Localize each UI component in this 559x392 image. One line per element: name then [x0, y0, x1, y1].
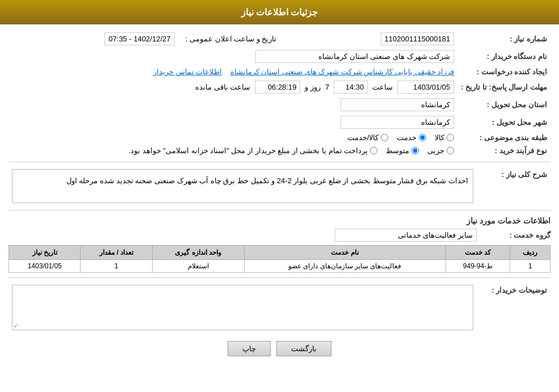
category-radio-kala-khedmat[interactable]	[381, 134, 388, 141]
main-content: شماره نیاز : 1102001115000181 تاریخ و سا…	[0, 24, 559, 370]
process-row: نوع فرآیند خرید : جزیی متوسط	[9, 144, 550, 157]
process-label-motavasset: متوسط	[386, 146, 409, 155]
info-table: شماره نیاز : 1102001115000181 تاریخ و سا…	[9, 30, 550, 157]
table-row: 1ط-94-949فعالیت‌های سایر سازمان‌های دارا…	[9, 260, 550, 273]
category-value-cell: کالا خدمت کالا/خدمت	[9, 131, 457, 144]
header-title: جزئیات اطلاعات نیاز	[241, 7, 318, 17]
need-description-value-cell: احداث شبکه برق فشار متوسط بخشی از ضلع غر…	[9, 167, 477, 205]
buyer-notes-table: توضیحات خریدار : ↙	[9, 283, 550, 332]
need-description-table: شرح کلی نیاز : احداث شبکه برق فشار متوسط…	[9, 167, 550, 205]
process-label-jozi: جزیی	[427, 146, 444, 155]
need-description-row: شرح کلی نیاز : احداث شبکه برق فشار متوسط…	[9, 167, 550, 205]
category-row: طبقه بندی موضوعی : کالا خدمت	[9, 131, 550, 144]
deadline-time-value: 14:30	[334, 81, 368, 94]
category-option-kala: کالا	[435, 133, 454, 142]
process-option-jozi: جزیی	[427, 146, 454, 155]
category-option-khedmat: خدمت	[397, 133, 426, 142]
buyer-name-label: نام دستگاه خریدار :	[457, 48, 550, 65]
buyer-name-value: شرکت شهرک های صنعتی استان کرمانشاه	[255, 50, 454, 63]
days-value: 7	[325, 83, 329, 91]
deadline-date-value: 1403/01/05	[397, 81, 454, 94]
col-unit: واحد اندازه گیری	[152, 246, 244, 260]
creator-value-cell: فرزاد حقیقی بابایی کارشناس شرکت شهرک های…	[9, 65, 457, 78]
page-wrapper: جزئیات اطلاعات نیاز شماره نیاز : 1102001…	[0, 0, 559, 392]
cell-row: 1	[510, 260, 550, 273]
group-value: سایر فعالیت‌های خدماتی	[335, 229, 477, 242]
city-row: شهر محل تحویل : کرمانشاه	[9, 113, 550, 131]
process-option-payment: پرداخت تمام یا بخشی از مبلغ خریدار از مح…	[128, 146, 377, 155]
city-value-cell: کرمانشاه	[9, 113, 457, 131]
buyer-notes-area: ↙	[12, 285, 473, 330]
city-value: کرمانشاه	[341, 116, 454, 129]
category-label: طبقه بندی موضوعی :	[457, 131, 550, 144]
city-label: شهر محل تحویل :	[457, 113, 550, 131]
need-number-row: شماره نیاز : 1102001115000181 تاریخ و سا…	[9, 30, 550, 48]
deadline-row: مهلت ارسال پاسخ: تا تاریخ : 1403/01/05 س…	[9, 78, 550, 96]
process-radio-jozi[interactable]	[447, 147, 454, 154]
remaining-label: ساعت باقی مانده	[195, 83, 250, 91]
cell-date: 1403/01/05	[9, 260, 81, 273]
category-radio-group: کالا خدمت کالا/خدمت	[12, 133, 454, 142]
deadline-value-cell: 1403/01/05 ساعت 14:30 7 روز و 06:28:19 س…	[9, 78, 457, 96]
province-value: کرمانشاه	[341, 98, 454, 111]
cell-quantity: 1	[81, 260, 152, 273]
process-label-payment: پرداخت تمام یا بخشی از مبلغ خریدار از مح…	[128, 146, 368, 155]
deadline-inline: 1403/01/05 ساعت 14:30 7 روز و 06:28:19 س…	[12, 81, 454, 94]
creator-label: ایجاد کننده درخواست :	[457, 65, 550, 78]
divider-3	[9, 277, 550, 278]
province-label: استان محل تحویل :	[457, 96, 550, 113]
process-option-motavasset: متوسط	[386, 146, 419, 155]
province-row: استان محل تحویل : کرمانشاه	[9, 96, 550, 113]
process-value-cell: جزیی متوسط پرداخت تمام یا بخشی از مبلغ خ…	[9, 144, 457, 157]
cell-unit: استعلام	[152, 260, 244, 273]
services-header-row: ردیف کد خدمت نام خدمت واحد اندازه گیری ت…	[9, 246, 550, 260]
creator-row: ایجاد کننده درخواست : فرزاد حقیقی بابایی…	[9, 65, 550, 78]
process-radio-group: جزیی متوسط پرداخت تمام یا بخشی از مبلغ خ…	[12, 146, 454, 155]
buyer-notes-value-cell: ↙	[9, 283, 477, 332]
services-table-head: ردیف کد خدمت نام خدمت واحد اندازه گیری ت…	[9, 246, 550, 260]
creator-value: فرزاد حقیقی بابایی کارشناس شرکت شهرک های…	[230, 68, 455, 76]
buyer-name-row: نام دستگاه خریدار : شرکت شهرک های صنعتی …	[9, 48, 550, 65]
category-label-khedmat: خدمت	[397, 133, 417, 142]
notes-resize-icon: ↙	[14, 322, 18, 328]
process-radio-motavasset[interactable]	[411, 147, 419, 154]
col-row: ردیف	[510, 246, 550, 260]
back-button[interactable]: بازگشت	[276, 341, 331, 356]
group-row: گروه خدمت : سایر فعالیت‌های خدماتی	[9, 229, 550, 242]
category-label-kala: کالا	[435, 133, 444, 142]
announcement-date-label: تاریخ و ساعت اعلان عمومی :	[186, 35, 277, 43]
col-code: کد خدمت	[445, 246, 510, 260]
need-number-value-cell: 1102001115000181	[280, 30, 458, 48]
col-name: نام خدمت	[244, 246, 445, 260]
announcement-date-value: 1402/12/27 - 07:35	[104, 32, 174, 45]
process-label: نوع فرآیند خرید :	[457, 144, 550, 157]
services-section-title: اطلاعات خدمات مورد نیاز	[9, 216, 550, 225]
contact-link[interactable]: اطلاعات تماس خریدار	[153, 68, 222, 76]
category-label-kala-khedmat: کالا/خدمت	[347, 133, 379, 142]
cell-name: فعالیت‌های سایر سازمان‌های دارای عضو	[244, 260, 445, 273]
buyer-notes-row: توضیحات خریدار : ↙	[9, 283, 550, 332]
need-number-value: 1102001115000181	[381, 32, 455, 45]
buyer-name-value-cell: شرکت شهرک های صنعتی استان کرمانشاه	[9, 48, 457, 65]
cell-code: ط-94-949	[445, 260, 510, 273]
category-radio-khedmat[interactable]	[419, 134, 426, 141]
time-label: ساعت	[372, 83, 393, 91]
divider-2	[9, 210, 550, 210]
buttons-row: بازگشت چاپ	[9, 341, 550, 365]
col-date: تاریخ نیاز	[9, 246, 81, 260]
category-radio-kala[interactable]	[447, 134, 454, 141]
services-table-body: 1ط-94-949فعالیت‌های سایر سازمان‌های دارا…	[9, 260, 550, 273]
announcement-date-cell: 1402/12/27 - 07:35	[9, 30, 178, 48]
remaining-value: 06:28:19	[255, 81, 300, 94]
deadline-label: مهلت ارسال پاسخ: تا تاریخ :	[457, 78, 550, 96]
col-quantity: تعداد / مقدار	[81, 246, 152, 260]
print-button[interactable]: چاپ	[228, 341, 271, 356]
need-number-label: شماره نیاز :	[457, 30, 550, 48]
group-label: گروه خدمت :	[477, 231, 550, 239]
page-header: جزئیات اطلاعات نیاز	[0, 0, 559, 24]
need-description-box: احداث شبکه برق فشار متوسط بخشی از ضلع غر…	[12, 169, 473, 203]
announcement-label-cell: تاریخ و ساعت اعلان عمومی :	[178, 30, 280, 48]
services-section: اطلاعات خدمات مورد نیاز گروه خدمت : سایر…	[9, 216, 550, 273]
services-table: ردیف کد خدمت نام خدمت واحد اندازه گیری ت…	[9, 245, 550, 273]
process-radio-payment[interactable]	[370, 147, 377, 154]
